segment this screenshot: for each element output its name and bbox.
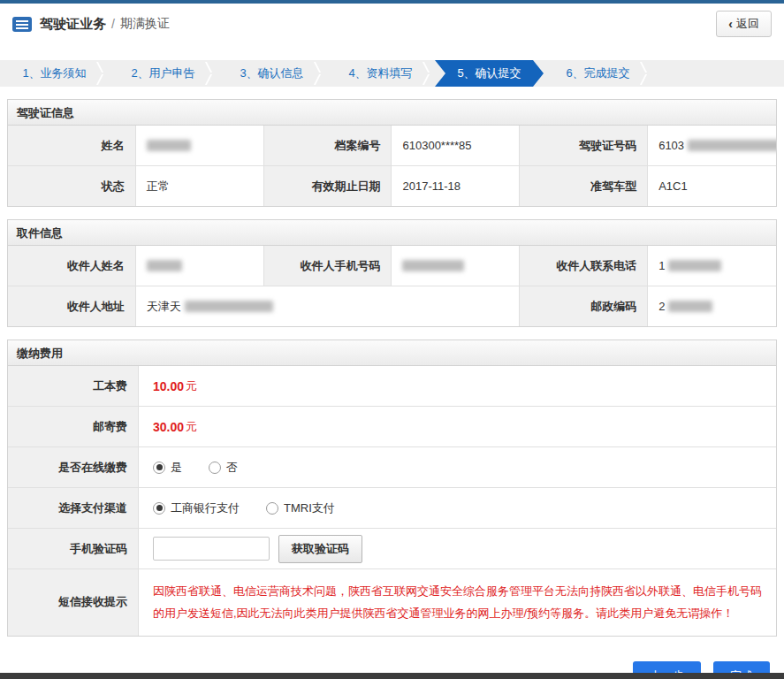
recipient-name-value	[136, 246, 264, 286]
header: 驾驶证业务 / 期满换证 ‹ 返回	[0, 4, 784, 44]
recipient-name-label: 收件人姓名	[8, 246, 136, 286]
sms-tip-label: 短信接收提示	[8, 569, 139, 636]
license-section-title: 驾驶证信息	[8, 100, 776, 126]
redacted-recipient-name	[147, 260, 182, 271]
postage-value: 30.00元	[139, 407, 776, 446]
redacted-address	[185, 301, 273, 312]
channel-icbc-label: 工商银行支付	[171, 500, 240, 516]
online-pay-no-label: 否	[226, 460, 238, 476]
postage-row: 邮寄费 30.00元	[8, 406, 776, 446]
redacted-mobile	[402, 260, 464, 271]
redacted-name	[147, 140, 191, 151]
fee-row: 工本费 10.00元	[8, 366, 776, 406]
zip-code-value: 2	[648, 286, 776, 326]
table-row: 收件人地址 天津天 邮政编码 2	[8, 286, 776, 326]
name-label: 姓名	[8, 126, 136, 165]
pay-channel-label: 选择支付渠道	[8, 488, 139, 528]
online-pay-yes-option[interactable]: 是	[153, 460, 182, 476]
payment-section: 缴纳费用 工本费 10.00元 邮寄费 30.00元 是否在线缴费 是	[7, 340, 777, 637]
fee-unit: 元	[186, 378, 197, 394]
sms-tip-text: 因陕西省联通、电信运营商技术问题，陕西省互联网交通安全综合服务管理平台无法向持陕…	[139, 569, 776, 636]
back-chevron-icon: ‹	[728, 18, 733, 30]
table-row: 姓名 档案编号 610300****85 驾驶证号码 6103	[8, 126, 776, 165]
recipient-mobile-label: 收件人手机号码	[264, 246, 392, 286]
recipient-tel-value: 1	[648, 246, 776, 286]
step-1-business-notice[interactable]: 1、业务须知	[0, 60, 109, 87]
postage-amount: 30.00	[153, 420, 184, 434]
channel-icbc-option[interactable]: 工商银行支付	[153, 500, 240, 516]
postage-label: 邮寄费	[8, 407, 139, 446]
redacted-zip	[668, 301, 712, 312]
table-row: 收件人姓名 收件人手机号码 收件人联系电话 1	[8, 246, 776, 286]
page: 驾驶证业务 / 期满换证 ‹ 返回 1、业务须知 2、用户申告 3、确认信息 4…	[0, 0, 784, 679]
step-3-confirm-info[interactable]: 3、确认信息	[217, 60, 326, 87]
recipient-tel-label: 收件人联系电话	[520, 246, 648, 286]
step-6-complete-submit[interactable]: 6、完成提交	[544, 60, 652, 87]
radio-checked-icon[interactable]	[153, 462, 165, 474]
step-4-fill-data[interactable]: 4、资料填写	[326, 60, 435, 87]
step-navigation: 1、业务须知 2、用户申告 3、确认信息 4、资料填写 5、确认提交 6、完成提…	[0, 60, 784, 87]
license-info-section: 驾驶证信息 姓名 档案编号 610300****85 驾驶证号码 6103 状态…	[7, 99, 777, 207]
radio-unchecked-icon[interactable]	[209, 462, 221, 474]
online-pay-options: 是 否	[139, 447, 776, 487]
license-business-icon	[12, 17, 32, 32]
zip-code-label: 邮政编码	[520, 286, 648, 326]
online-pay-yes-label: 是	[171, 460, 182, 476]
back-button-label: 返回	[736, 16, 759, 32]
fee-value: 10.00元	[139, 366, 776, 406]
payment-section-title: 缴纳费用	[8, 340, 776, 366]
sms-tip-row: 短信接收提示 因陕西省联通、电信运营商技术问题，陕西省互联网交通安全综合服务管理…	[8, 568, 776, 636]
radio-checked-icon[interactable]	[153, 502, 165, 515]
pay-channel-row: 选择支付渠道 工商银行支付 TMRI支付	[8, 487, 776, 528]
status-label: 状态	[8, 166, 136, 206]
redacted-tel	[668, 260, 721, 271]
fee-amount: 10.00	[153, 379, 184, 393]
table-row: 状态 正常 有效期止日期 2017-11-18 准驾车型 A1C1	[8, 165, 776, 206]
recipient-address-label: 收件人地址	[8, 286, 136, 326]
archive-no-label: 档案编号	[264, 126, 392, 165]
channel-tmri-option[interactable]: TMRI支付	[266, 500, 335, 516]
online-pay-label: 是否在线缴费	[8, 447, 139, 487]
step-5-confirm-submit[interactable]: 5、确认提交	[435, 60, 544, 87]
status-value: 正常	[136, 166, 264, 206]
breadcrumb-current: 期满换证	[120, 16, 170, 32]
breadcrumb-separator: /	[111, 17, 115, 31]
back-button[interactable]: ‹ 返回	[716, 11, 772, 37]
channel-tmri-label: TMRI支付	[284, 500, 335, 516]
pay-channel-options: 工商银行支付 TMRI支付	[139, 488, 776, 528]
page-title: 驾驶证业务	[40, 16, 106, 33]
name-value	[136, 126, 264, 165]
fee-label: 工本费	[8, 366, 139, 406]
radio-unchecked-icon[interactable]	[266, 502, 278, 515]
pickup-section-title: 取件信息	[8, 220, 776, 246]
sms-code-label: 手机验证码	[8, 529, 139, 568]
page-footer-bar	[0, 673, 784, 679]
online-pay-row: 是否在线缴费 是 否	[8, 446, 776, 487]
pickup-info-section: 取件信息 收件人姓名 收件人手机号码 收件人联系电话 1 收件人地址 天津天 邮…	[7, 219, 777, 327]
archive-no-value: 610300****85	[392, 126, 520, 165]
license-no-label: 驾驶证号码	[520, 126, 648, 165]
license-no-value: 6103	[648, 126, 776, 165]
sms-code-field-group: 获取验证码	[139, 529, 776, 568]
expiry-date-value: 2017-11-18	[392, 166, 520, 206]
redacted-license-no	[688, 140, 776, 151]
postage-unit: 元	[186, 419, 197, 435]
sms-code-input[interactable]	[153, 537, 270, 561]
recipient-mobile-value	[392, 246, 520, 286]
vehicle-class-label: 准驾车型	[520, 166, 648, 206]
sms-code-row: 手机验证码 获取验证码	[8, 528, 776, 568]
recipient-address-value: 天津天	[136, 286, 521, 326]
vehicle-class-value: A1C1	[648, 166, 776, 206]
online-pay-no-option[interactable]: 否	[209, 460, 238, 476]
expiry-date-label: 有效期止日期	[264, 166, 392, 206]
get-sms-code-button[interactable]: 获取验证码	[278, 535, 362, 563]
step-2-user-declaration[interactable]: 2、用户申告	[109, 60, 217, 87]
